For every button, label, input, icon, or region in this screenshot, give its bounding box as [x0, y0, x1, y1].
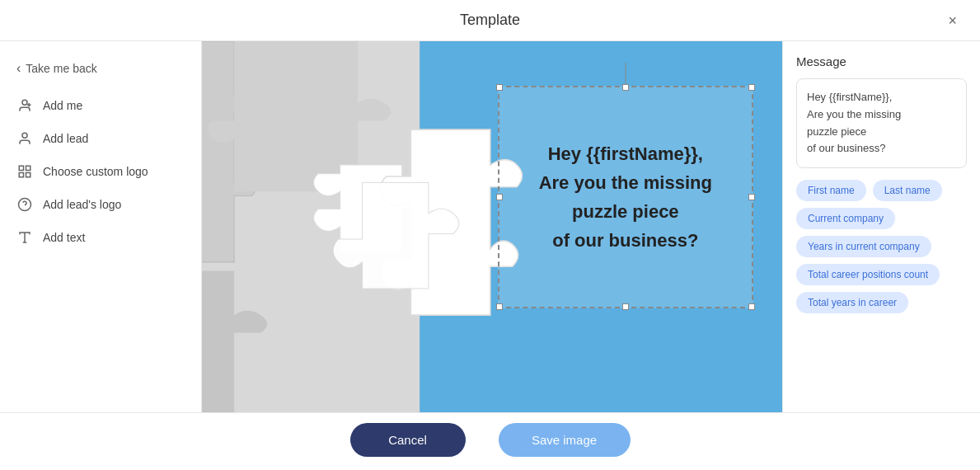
handle-middle-right[interactable] — [748, 194, 755, 200]
sidebar-item-add-lead-label: Add lead — [43, 132, 88, 145]
handle-bottom-center[interactable] — [622, 303, 629, 310]
back-label: Take me back — [26, 62, 96, 75]
handle-bottom-right[interactable] — [748, 303, 755, 310]
person-add-icon — [16, 97, 33, 114]
handle-top-left[interactable] — [496, 84, 503, 91]
sidebar-item-add-me-label: Add me — [43, 99, 82, 112]
handle-middle-left[interactable] — [496, 194, 503, 200]
sidebar-item-choose-custom-label: Choose custom logo — [43, 165, 148, 178]
tags-section: First name Last name Current company Yea… — [796, 180, 967, 313]
back-arrow-icon: ‹ — [16, 61, 21, 76]
canvas-text-content: Hey {{firstName}}, Are you the missing p… — [539, 139, 712, 256]
canvas-text-box[interactable]: Hey {{firstName}}, Are you the missing p… — [498, 86, 753, 308]
svg-rect-4 — [19, 166, 23, 170]
message-box[interactable]: Hey {{firstName}}, Are you the missing p… — [796, 78, 967, 168]
save-image-button[interactable]: Save image — [499, 423, 631, 457]
tag-first-name[interactable]: First name — [796, 180, 866, 201]
tag-current-company[interactable]: Current company — [796, 208, 895, 229]
sidebar-item-add-me[interactable]: Add me — [0, 89, 201, 122]
modal-body: ‹ Take me back Add me — [0, 41, 980, 412]
svg-rect-5 — [26, 166, 30, 170]
tag-career-positions[interactable]: Total career positions count — [796, 264, 940, 285]
right-panel-title: Message — [796, 54, 967, 68]
handle-bottom-left[interactable] — [496, 303, 503, 310]
modal-title: Template — [460, 12, 520, 29]
back-button[interactable]: ‹ Take me back — [0, 54, 201, 82]
svg-rect-7 — [26, 173, 30, 177]
svg-point-3 — [22, 133, 27, 138]
sidebar-item-choose-custom[interactable]: Choose custom logo — [0, 155, 201, 188]
sidebar-item-add-leads-logo-label: Add lead's logo — [43, 198, 121, 211]
sidebar-item-add-text[interactable]: Add text — [0, 221, 201, 254]
cancel-button[interactable]: Cancel — [350, 423, 466, 457]
sidebar-item-add-text-label: Add text — [43, 231, 85, 244]
person-icon — [16, 130, 33, 147]
modal-footer: Cancel Save image — [0, 412, 980, 466]
question-circle-icon — [16, 196, 33, 213]
tag-total-years-career[interactable]: Total years in career — [796, 292, 908, 313]
tag-last-name[interactable]: Last name — [873, 180, 942, 201]
svg-rect-6 — [19, 173, 23, 177]
sidebar: ‹ Take me back Add me — [0, 41, 202, 412]
close-button[interactable]: × — [941, 8, 964, 32]
handle-top-center[interactable] — [622, 84, 629, 91]
canvas-area: Hey {{firstName}}, Are you the missing p… — [202, 41, 782, 412]
text-icon — [16, 229, 33, 246]
grid-icon — [16, 163, 33, 180]
svg-point-0 — [22, 100, 27, 105]
modal-header: Template × — [0, 0, 980, 41]
sidebar-item-add-lead[interactable]: Add lead — [0, 122, 201, 155]
modal: Template × ‹ Take me back Add — [0, 0, 980, 470]
tag-years-in-company[interactable]: Years in current company — [796, 236, 931, 257]
handle-top-right[interactable] — [748, 84, 755, 91]
right-panel: Message Hey {{firstName}}, Are you the m… — [782, 41, 980, 412]
sidebar-item-add-leads-logo[interactable]: Add lead's logo — [0, 188, 201, 221]
